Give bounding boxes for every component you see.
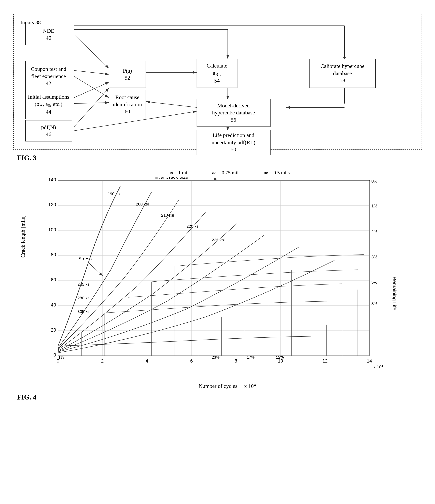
remaining-life-label: Remaining Life xyxy=(392,277,398,310)
pct-1-bottom: 1% xyxy=(58,355,64,360)
svg-line-6 xyxy=(74,71,109,74)
pct-12: 12% xyxy=(276,355,284,360)
stress-220: 220 ksi xyxy=(186,224,199,228)
fig3-container: Inputs 38 NDE40 Coupon test andfleet exp… xyxy=(13,14,422,162)
stress-200: 200 ksi xyxy=(136,202,149,206)
chart-header: a₀ = 1 mil a₀ = 0.75 mils a₀ = 0.5 mils xyxy=(36,170,422,176)
svg-text:x 10⁴: x 10⁴ xyxy=(373,364,383,369)
model-box: Model-derivedhypercube database56 xyxy=(197,99,271,127)
stress-280: 280 ksi xyxy=(77,296,91,300)
svg-text:4: 4 xyxy=(145,358,148,363)
flowchart: Inputs 38 NDE40 Coupon test andfleet exp… xyxy=(13,14,422,150)
a0-1-label: a₀ = 1 mil xyxy=(169,170,189,176)
svg-line-7 xyxy=(74,76,109,98)
nde-box: NDE40 xyxy=(25,24,72,45)
life-prediction-box: Life prediction anduncertainty pdf(RL)50 xyxy=(197,130,271,155)
svg-text:2: 2 xyxy=(101,358,104,363)
coupon-box: Coupon test andfleet experience42 xyxy=(25,61,72,92)
svg-text:20: 20 xyxy=(51,327,56,333)
chart-wrapper: Crack length [mils] xyxy=(23,177,412,389)
svg-line-18 xyxy=(146,102,197,108)
calibrate-box: Calibrate hypercubedatabase58 xyxy=(309,59,376,88)
fig4-label: FIG. 4 xyxy=(17,393,422,401)
x-axis-label: Number of cycles x 10⁴ xyxy=(42,383,412,389)
svg-text:100: 100 xyxy=(48,227,56,232)
a0-05-label: a₀ = 0.5 mils xyxy=(264,170,290,176)
stress-210: 210 ksi xyxy=(161,213,174,217)
svg-text:6: 6 xyxy=(190,358,193,363)
pct-8: 8% xyxy=(371,301,378,306)
calculate-box: CalculateaRL54 xyxy=(197,59,237,88)
svg-line-10 xyxy=(74,88,109,127)
svg-text:60: 60 xyxy=(51,277,56,282)
svg-text:0: 0 xyxy=(53,352,56,358)
initial-crack-size-label: Initial Crack Size xyxy=(153,177,188,180)
pct-0: 0% xyxy=(371,179,378,183)
y-axis-label: Crack length [mils] xyxy=(20,219,26,258)
pct-17: 17% xyxy=(247,355,254,360)
pct-5: 5% xyxy=(371,280,378,285)
svg-text:14: 14 xyxy=(367,358,372,363)
svg-text:140: 140 xyxy=(48,177,56,182)
fig4-container: a₀ = 1 mil a₀ = 0.75 mils a₀ = 0.5 mils … xyxy=(13,170,422,401)
pct-1: 1% xyxy=(371,204,378,208)
stress-245: 245 ksi xyxy=(77,282,91,287)
a0-075-label: a₀ = 0.75 mils xyxy=(212,170,241,176)
stress-label: Stress xyxy=(78,256,92,261)
svg-text:120: 120 xyxy=(48,202,56,207)
svg-text:40: 40 xyxy=(51,302,56,307)
pct-23: 23% xyxy=(212,355,219,360)
svg-line-8 xyxy=(74,82,109,98)
chart-svg: 0 20 40 60 80 100 120 140 0 2 4 6 8 10 1… xyxy=(42,177,412,381)
pdfn-box: pdf(N)46 xyxy=(25,120,72,142)
stress-305: 305 ksi xyxy=(77,309,91,314)
stress-235: 235 ksi xyxy=(212,238,225,242)
svg-text:12: 12 xyxy=(322,358,327,363)
stress-190: 190 ksi xyxy=(108,191,121,196)
pct-2: 2% xyxy=(371,229,378,234)
svg-text:80: 80 xyxy=(51,252,56,257)
pa-box: P(a)52 xyxy=(109,61,146,88)
svg-line-1 xyxy=(74,35,109,69)
initial-box: Initial assumptions(σA, a0, etc.)44 xyxy=(25,90,72,119)
svg-line-9 xyxy=(74,103,109,104)
pct-3: 3% xyxy=(371,254,378,259)
root-cause-box: Root causeidentification60 xyxy=(109,90,146,119)
svg-text:8: 8 xyxy=(235,358,237,363)
